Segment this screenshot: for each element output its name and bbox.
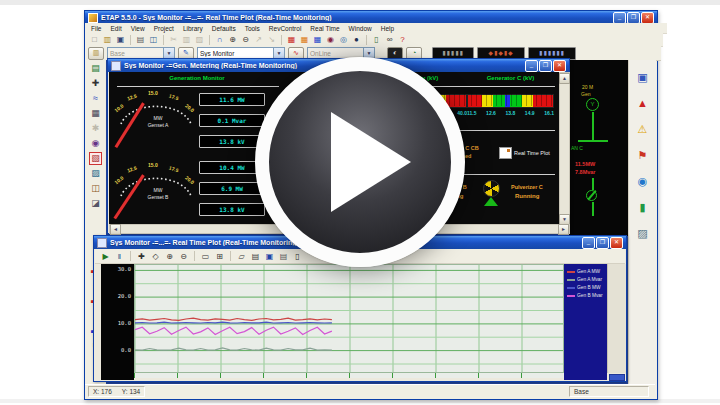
scenery-icon[interactable]: ▨ bbox=[90, 168, 101, 179]
plot-save-icon[interactable]: ▣ bbox=[264, 251, 275, 262]
real-time-plot-button[interactable]: Real Time Plot bbox=[514, 150, 550, 156]
toolbar-separator bbox=[194, 251, 195, 261]
zoom-in-icon[interactable]: ⊕ bbox=[227, 34, 238, 45]
real-time-plot-icon[interactable] bbox=[499, 147, 512, 159]
flags-icon[interactable]: ⚑ bbox=[635, 148, 651, 162]
menu-item-window[interactable]: Window bbox=[349, 25, 372, 32]
save-icon[interactable]: ▣ bbox=[115, 34, 126, 45]
plot-print-icon[interactable]: ▤ bbox=[278, 251, 289, 262]
report-icon[interactable]: ▯ bbox=[371, 34, 382, 45]
menu-item-real-time[interactable]: Real Time bbox=[310, 25, 339, 32]
arrow-up-icon[interactable]: ↗ bbox=[253, 34, 264, 45]
diagram-label: Gen bbox=[581, 91, 590, 97]
scroll-right-icon[interactable]: ► bbox=[558, 224, 569, 235]
menu-item-help[interactable]: Help bbox=[381, 25, 394, 32]
play-icon bbox=[331, 112, 411, 212]
plot-select-icon[interactable]: ▭ bbox=[200, 251, 211, 262]
zoom-out-icon[interactable]: ⊖ bbox=[240, 34, 251, 45]
cut-icon[interactable]: ✂ bbox=[168, 34, 179, 45]
close-button[interactable]: ✕ bbox=[641, 12, 654, 24]
plot-canvas[interactable] bbox=[134, 264, 564, 373]
eraser-icon[interactable]: ◪ bbox=[90, 198, 101, 209]
chevron-down-icon[interactable]: ▼ bbox=[273, 48, 284, 59]
plot-play-icon[interactable]: ▶ bbox=[100, 251, 111, 262]
diagram-mw-value: 11.5MW bbox=[575, 161, 595, 167]
scroll-up-icon[interactable]: ▲ bbox=[559, 73, 570, 84]
open-icon[interactable]: ▥ bbox=[102, 34, 113, 45]
users-icon[interactable]: ◉ bbox=[325, 34, 336, 45]
grid-blue-icon[interactable]: ▦ bbox=[312, 34, 323, 45]
battery-icon[interactable]: ▮ bbox=[635, 200, 651, 214]
grid-red-icon[interactable]: ▦ bbox=[286, 34, 297, 45]
maximize-button[interactable]: ❐ bbox=[627, 12, 640, 24]
generator-symbol[interactable]: Y bbox=[586, 98, 599, 111]
mode-value: Sys Monitor bbox=[198, 50, 273, 57]
scroll-left-icon[interactable]: ◄ bbox=[110, 224, 121, 235]
oneline-icon[interactable]: ▤ bbox=[90, 63, 101, 74]
pan-icon[interactable]: ∩ bbox=[214, 34, 225, 45]
grid-orange-icon[interactable]: ▦ bbox=[299, 34, 310, 45]
plot-scroll-handle[interactable] bbox=[609, 374, 625, 381]
sphere-icon[interactable]: ● bbox=[351, 34, 362, 45]
curve-icon[interactable]: ≈ bbox=[90, 93, 101, 104]
globe-icon[interactable]: ◎ bbox=[338, 34, 349, 45]
plot-preview-icon[interactable]: ▯ bbox=[292, 251, 303, 262]
new-icon[interactable]: □ bbox=[89, 34, 100, 45]
plot-zoom-in-icon[interactable]: ⊕ bbox=[164, 251, 175, 262]
copy-icon[interactable]: ▥ bbox=[181, 34, 192, 45]
find-icon[interactable]: ∞ bbox=[384, 34, 395, 45]
alarm-icon[interactable]: ▲ bbox=[635, 96, 651, 110]
panel-icon[interactable]: ▦ bbox=[90, 108, 101, 119]
menu-item-defaults[interactable]: Defaults bbox=[212, 25, 236, 32]
plot-crosshair-icon[interactable]: ⊞ bbox=[214, 251, 225, 262]
maximize-button[interactable]: ❐ bbox=[539, 60, 552, 72]
paste-icon[interactable]: ▨ bbox=[194, 34, 205, 45]
close-button[interactable]: ✕ bbox=[553, 60, 566, 72]
chevron-down-icon[interactable]: ▼ bbox=[163, 48, 174, 59]
motor-icon[interactable]: ◉ bbox=[90, 138, 101, 149]
maximize-button[interactable]: ❐ bbox=[596, 237, 609, 249]
menu-item-library[interactable]: Library bbox=[183, 25, 203, 32]
minimize-button[interactable]: _ bbox=[582, 237, 595, 249]
snapshot-icon[interactable]: ▨ bbox=[635, 226, 651, 240]
y-axis-label: 20.0 bbox=[118, 293, 131, 299]
plot-add-icon[interactable]: ✚ bbox=[136, 251, 147, 262]
warning-icon[interactable]: ⚠ bbox=[635, 122, 651, 136]
cursor-y: Y: 134 bbox=[122, 387, 140, 396]
plot-export-icon[interactable]: ▱ bbox=[236, 251, 247, 262]
close-button[interactable]: ✕ bbox=[610, 237, 623, 249]
menu-item-tools[interactable]: Tools bbox=[245, 25, 260, 32]
arrow-down-icon[interactable]: ↘ bbox=[266, 34, 277, 45]
folder-button[interactable]: ▥ bbox=[88, 47, 104, 60]
menu-item-file[interactable]: File bbox=[91, 25, 101, 32]
print-icon[interactable]: ▤ bbox=[135, 34, 146, 45]
minimize-button[interactable]: _ bbox=[613, 12, 626, 24]
breaker-symbol[interactable] bbox=[586, 190, 597, 201]
hourglass-icon[interactable]: ◫ bbox=[90, 183, 101, 194]
plot-side-panel[interactable] bbox=[607, 264, 626, 373]
video-play-button[interactable] bbox=[255, 57, 465, 267]
gauge-caption: MW bbox=[115, 187, 201, 193]
bar-tick-label: 13.8 bbox=[505, 110, 515, 116]
minimize-button[interactable]: _ bbox=[525, 60, 538, 72]
image-tool-icon[interactable]: ▧ bbox=[90, 153, 101, 164]
plot-copy-icon[interactable]: ▤ bbox=[250, 251, 261, 262]
menu-item-revcontrol[interactable]: RevControl bbox=[269, 25, 302, 32]
plot-pan-icon[interactable]: ◇ bbox=[150, 251, 161, 262]
device-icon[interactable]: ✚ bbox=[90, 78, 101, 89]
main-toolbar: □▥▣▤◫✂▥▨∩⊕⊖↗↘▦▦▦◉◎●▯∞? bbox=[85, 33, 663, 47]
revision-status: Base bbox=[569, 386, 649, 397]
help-icon[interactable]: ? bbox=[397, 34, 408, 45]
vertical-scrollbar[interactable]: ▲ ▼ bbox=[559, 72, 570, 226]
menu-item-project[interactable]: Project bbox=[154, 25, 174, 32]
plot-zoom-out-icon[interactable]: ⊖ bbox=[178, 251, 189, 262]
print-preview-icon[interactable]: ◫ bbox=[148, 34, 159, 45]
oneline-diagram-window[interactable]: 20 M Gen Y AN C 11.5MW 7.8Mvar bbox=[568, 60, 628, 236]
gauge-icon[interactable]: ◉ bbox=[635, 174, 651, 188]
plot-pause-icon[interactable]: ‖ bbox=[114, 251, 125, 262]
page-top-strip bbox=[0, 0, 720, 5]
monitor-icon[interactable]: ▣ bbox=[635, 70, 651, 84]
menu-item-edit[interactable]: Edit bbox=[110, 25, 121, 32]
menu-item-view[interactable]: View bbox=[131, 25, 145, 32]
dim-tool-icon[interactable]: ✱ bbox=[90, 123, 101, 134]
